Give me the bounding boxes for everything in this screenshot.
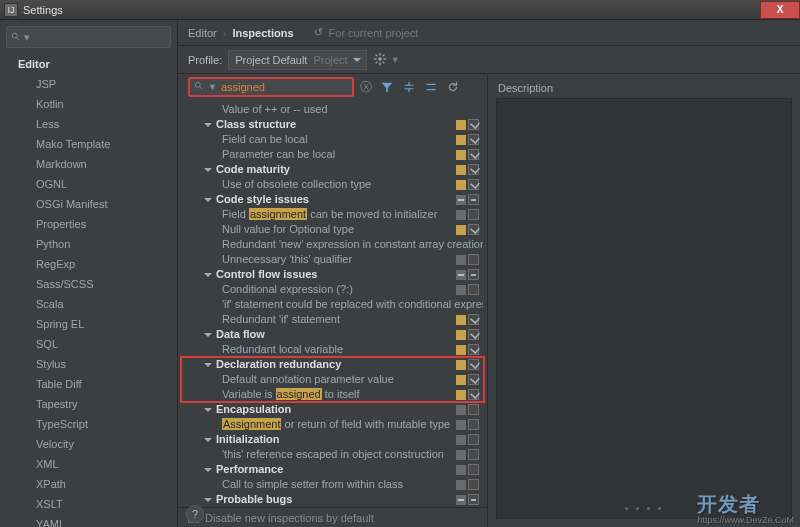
severity-indicator[interactable] (456, 480, 466, 490)
sidebar-item[interactable]: OGNL (8, 174, 177, 194)
inspection-checkbox[interactable] (468, 224, 479, 235)
disclosure-triangle-icon[interactable] (204, 331, 212, 339)
tree-item[interactable]: 'if' statement could be replaced with co… (178, 297, 483, 312)
sidebar-item[interactable]: OSGi Manifest (8, 194, 177, 214)
tree-item[interactable]: Default annotation parameter value (178, 372, 483, 387)
inspection-checkbox[interactable] (468, 134, 479, 145)
severity-indicator[interactable] (456, 225, 466, 235)
inspection-search-input[interactable]: ▼ (188, 77, 354, 97)
expand-all-icon[interactable] (400, 78, 418, 96)
tree-group[interactable]: Performance (178, 462, 483, 477)
severity-indicator[interactable] (456, 345, 466, 355)
disclosure-triangle-icon[interactable] (204, 121, 212, 129)
sidebar-tree[interactable]: Editor JSPKotlinLessMako TemplateMarkdow… (0, 54, 177, 527)
reset-defaults-icon[interactable] (444, 78, 462, 96)
sidebar-item[interactable]: Markdown (8, 154, 177, 174)
disclosure-triangle-icon[interactable] (204, 361, 212, 369)
inspection-checkbox[interactable] (468, 179, 479, 190)
tree-item[interactable]: Redundant 'if' statement (178, 312, 483, 327)
gear-dropdown-icon[interactable]: ▼ (391, 55, 400, 65)
sidebar-item[interactable]: Table Diff (8, 374, 177, 394)
tree-item[interactable]: Redundant 'new' expression in constant a… (178, 237, 483, 252)
inspection-search-field[interactable] (221, 81, 359, 93)
tree-item[interactable]: Redundant local variable (178, 342, 483, 357)
tree-item[interactable]: Parameter can be local (178, 147, 483, 162)
sidebar-item[interactable]: XML (8, 454, 177, 474)
filter-icon[interactable] (378, 78, 396, 96)
profile-gear-icon[interactable] (373, 52, 389, 68)
inspection-checkbox[interactable] (468, 374, 479, 385)
sidebar-item[interactable]: Stylus (8, 354, 177, 374)
severity-indicator[interactable] (456, 195, 466, 205)
search-history-chevron-icon[interactable]: ▼ (208, 82, 217, 92)
inspection-checkbox[interactable] (468, 209, 479, 220)
severity-indicator[interactable] (456, 435, 466, 445)
inspection-checkbox[interactable] (468, 329, 479, 340)
tree-group[interactable]: Data flow (178, 327, 483, 342)
disclosure-triangle-icon[interactable] (204, 466, 212, 474)
severity-indicator[interactable] (456, 285, 466, 295)
tree-item[interactable]: Null value for Optional type (178, 222, 483, 237)
sidebar-item[interactable]: Kotlin (8, 94, 177, 114)
inspection-checkbox[interactable] (468, 194, 479, 205)
sidebar-item[interactable]: SQL (8, 334, 177, 354)
sidebar-item[interactable]: TypeScript (8, 414, 177, 434)
tree-item[interactable]: Variable is assigned to itself (178, 387, 483, 402)
inspections-tree[interactable]: Value of ++ or -- usedClass structureFie… (178, 100, 487, 507)
inspection-checkbox[interactable] (468, 284, 479, 295)
inspection-checkbox[interactable] (468, 464, 479, 475)
inspection-checkbox[interactable] (468, 359, 479, 370)
sidebar-item[interactable]: YAML (8, 514, 177, 527)
tree-group[interactable]: Encapsulation (178, 402, 483, 417)
inspection-checkbox[interactable] (468, 119, 479, 130)
tree-item[interactable]: Use of obsolete collection type (178, 177, 483, 192)
inspection-checkbox[interactable] (468, 344, 479, 355)
severity-indicator[interactable] (456, 420, 466, 430)
disclosure-triangle-icon[interactable] (204, 271, 212, 279)
severity-indicator[interactable] (456, 375, 466, 385)
tree-item[interactable]: 'this' reference escaped in object const… (178, 447, 483, 462)
sidebar-search-input[interactable]: ▾ (6, 26, 171, 48)
reset-icon[interactable]: ↺ (314, 26, 323, 39)
inspection-checkbox[interactable] (468, 404, 479, 415)
description-resize-handle[interactable]: • • • • (625, 502, 664, 514)
tree-item[interactable]: Unnecessary 'this' qualifier (178, 252, 483, 267)
sidebar-group-editor[interactable]: Editor (8, 54, 177, 74)
sidebar-item[interactable]: Tapestry (8, 394, 177, 414)
severity-indicator[interactable] (456, 405, 466, 415)
inspection-checkbox[interactable] (468, 434, 479, 445)
severity-indicator[interactable] (456, 210, 466, 220)
inspection-checkbox[interactable] (468, 164, 479, 175)
tree-item[interactable]: Field assignment can be moved to initial… (178, 207, 483, 222)
disable-new-inspections-row[interactable]: Disable new inspections by default (178, 507, 487, 527)
tree-group[interactable]: Declaration redundancy (178, 357, 483, 372)
sidebar-item[interactable]: XPath (8, 474, 177, 494)
severity-indicator[interactable] (456, 390, 466, 400)
inspection-checkbox[interactable] (468, 449, 479, 460)
profile-combo[interactable]: Project Default Project (228, 50, 366, 70)
severity-indicator[interactable] (456, 315, 466, 325)
severity-indicator[interactable] (456, 135, 466, 145)
severity-indicator[interactable] (456, 120, 466, 130)
sidebar-item[interactable]: Python (8, 234, 177, 254)
clear-search-icon[interactable]: ⓧ (358, 79, 374, 96)
severity-indicator[interactable] (456, 270, 466, 280)
breadcrumb-editor[interactable]: Editor (188, 27, 217, 39)
tree-group[interactable]: Control flow issues (178, 267, 483, 282)
disclosure-triangle-icon[interactable] (204, 166, 212, 174)
severity-indicator[interactable] (456, 495, 466, 505)
tree-item[interactable]: Conditional expression (?:) (178, 282, 483, 297)
severity-indicator[interactable] (456, 330, 466, 340)
inspection-checkbox[interactable] (468, 269, 479, 280)
sidebar-item[interactable]: RegExp (8, 254, 177, 274)
sidebar-item[interactable]: Mako Template (8, 134, 177, 154)
inspection-checkbox[interactable] (468, 479, 479, 490)
inspection-checkbox[interactable] (468, 419, 479, 430)
inspection-checkbox[interactable] (468, 254, 479, 265)
sidebar-item[interactable]: Scala (8, 294, 177, 314)
tree-group[interactable]: Class structure (178, 117, 483, 132)
disclosure-triangle-icon[interactable] (204, 196, 212, 204)
severity-indicator[interactable] (456, 165, 466, 175)
tree-item[interactable]: Call to simple setter from within class (178, 477, 483, 492)
sidebar-item[interactable]: XSLT (8, 494, 177, 514)
